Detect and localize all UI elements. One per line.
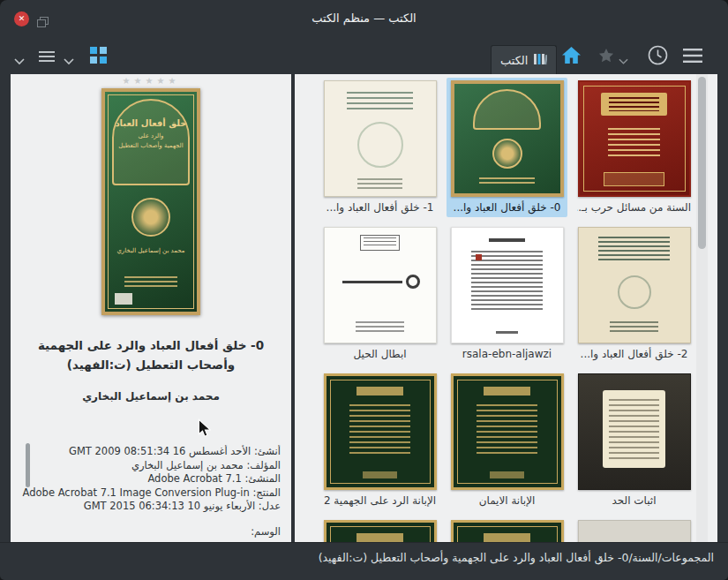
metadata-row: الوسم: [18,525,281,539]
metadata-row: المنتج: Adobe Acrobat 7.1 Image Conversi… [18,486,281,501]
book-grid-item[interactable]: ابطال الحيل [319,224,440,364]
chevron-down-icon [619,52,628,69]
book-detail-panel: ★★★★★ خلق أفعال العباد والرد على الجهمية… [11,74,291,542]
metadata-list: أنشئ: الأحد أغسطس 16 08:51:34 2009 GMTال… [18,445,281,539]
home-button[interactable] [561,46,582,68]
grid-scrollbar-thumb[interactable] [698,77,706,249]
metadata-label: أنشئ: [254,445,281,457]
book-cover [324,373,437,490]
cover-author-text: محمد بن إسماعيل البخاري [109,247,193,254]
history-button[interactable] [648,45,668,69]
metadata-value: الأربعاء يونيو 10 06:34:13 2015 GMT [84,500,255,512]
star-icon [598,48,614,67]
cursor-icon [198,418,211,441]
book-grid: السنة من مسائل حرب بـ... 0- خلق أفعال ال… [295,78,696,542]
book-cover [578,227,691,343]
book-cover [324,520,437,542]
menu-button[interactable] [683,49,702,66]
book-grid-item[interactable] [447,517,567,542]
cover-title-panel: خلق أفعال العباد والرد على الجهمية وأصحا… [112,99,190,185]
book-grid-item[interactable]: rsala-ebn-aljawzi [447,224,567,364]
book-title-label: ابطال الحيل [323,347,437,361]
book-title: 0- خلق أفعال العباد والرد على الجهمية وأ… [18,335,284,374]
cover-medallion [131,198,170,237]
book-grid-item[interactable]: 2- خلق أفعال العباد وا... [574,224,694,364]
book-title-label: 1- خلق أفعال العباد وا... [323,200,437,215]
window-title: الكتب — منظم الكتب [53,0,675,37]
app-window: ✕ الكتب — منظم الكتب [0,0,728,580]
tab-books[interactable]: الكتب [491,45,557,74]
book-title-label: الإبانة الرد على الجهمية 2 [323,493,437,508]
book-cover [451,80,564,197]
book-cover [578,520,691,542]
book-title-label: اثبات الحد [577,493,691,508]
icon-view-button[interactable] [90,47,107,67]
book-grid-item[interactable] [574,517,694,542]
metadata-label: الوسم: [251,525,281,538]
book-grid-item[interactable] [319,517,440,542]
home-icon [561,46,582,68]
book-author: محمد بن إسماعيل البخاري [18,390,284,403]
book-title-label: السنة من مسائل حرب بـ... [577,200,691,215]
book-title-label: 2- خلق أفعال العباد وا... [577,347,691,361]
toolbar: الكتب [0,37,728,74]
metadata-value: Adobe Acrobat 7.1 [147,472,241,485]
metadata-label: المؤلف: [246,459,281,471]
book-cover [578,80,691,197]
book-cover-large: خلق أفعال العباد والرد على الجهمية وأصحا… [101,88,200,315]
clock-icon [648,45,668,69]
book-cover [324,227,437,343]
list-icon [39,49,55,66]
cover-title-line: والرد على [114,132,188,139]
chevron-down-icon [64,52,74,69]
grid-scrollbar[interactable] [696,74,708,542]
book-cover [451,520,564,542]
book-cover [578,373,691,490]
metadata-label: المنشئ: [244,472,281,485]
rating-stars: ★★★★★ [11,76,291,86]
collapse-button[interactable] [14,52,25,69]
metadata-label: المنتج: [252,486,281,499]
tab-books-label: الكتب [500,54,528,67]
book-title-label: rsala-ebn-aljawzi [450,347,564,361]
titlebar: ✕ الكتب — منظم الكتب [0,0,728,37]
metadata-row: المؤلف: محمد بن إسماعيل البخاري [18,459,281,473]
metadata-value: Adobe Acrobat 7.1 Image Conversion Plug-… [23,486,250,499]
book-cover [324,80,437,197]
list-view-button[interactable] [39,49,55,66]
book-title-label: الإبانة الايمان [450,493,564,508]
book-grid-item[interactable]: الإبانة الرد على الجهمية 2 [319,371,440,510]
metadata-row: المنشئ: Adobe Acrobat 7.1 [18,472,281,486]
detail-scrollbar-thumb[interactable] [26,443,30,487]
favorites-dropdown-button[interactable] [619,52,628,69]
book-grid-item[interactable]: 1- خلق أفعال العباد وا... [319,78,440,217]
book-grid-item[interactable]: السنة من مسائل حرب بـ... [574,78,694,217]
restore-button[interactable] [37,14,49,25]
cover-ornament [124,276,177,287]
book-grid-item[interactable]: الإبانة الايمان [447,371,567,510]
selected-item-path: المجموعات/السنة/0- خلق أفعال العباد والر… [14,543,714,573]
metadata-value: الأحد أغسطس 16 08:51:34 2009 GMT [69,445,251,457]
metadata-label: عدل: [259,500,281,512]
statusbar: المجموعات/السنة/0- خلق أفعال العباد والر… [0,542,728,572]
book-grid-item[interactable]: اثبات الحد [574,371,694,510]
close-button[interactable]: ✕ [14,11,29,26]
metadata-row: عدل: الأربعاء يونيو 10 06:34:13 2015 GMT [18,500,281,514]
grid-icon [90,47,107,67]
restore-icon [37,14,49,31]
chevron-down-icon [14,52,25,69]
hamburger-icon [683,49,702,66]
book-grid-panel: السنة من مسائل حرب بـ... 0- خلق أفعال ال… [295,74,717,542]
close-icon: ✕ [19,14,26,23]
list-view-dropdown-button[interactable] [64,52,74,69]
metadata-row: أنشئ: الأحد أغسطس 16 08:51:34 2009 GMT [18,445,281,459]
cover-sticker [115,293,132,305]
book-grid-item[interactable]: 0- خلق أفعال العباد وا... [447,78,567,217]
cover-title-line: خلق أفعال العباد [114,118,188,128]
cover-title-line: الجهمية وأصحاب التعطيل [114,142,188,149]
main-area: ★★★★★ خلق أفعال العباد والرد على الجهمية… [11,74,717,542]
favorites-button[interactable] [598,48,614,67]
book-cover [451,373,564,490]
book-cover [451,227,564,343]
metadata-value: محمد بن إسماعيل البخاري [131,459,244,471]
